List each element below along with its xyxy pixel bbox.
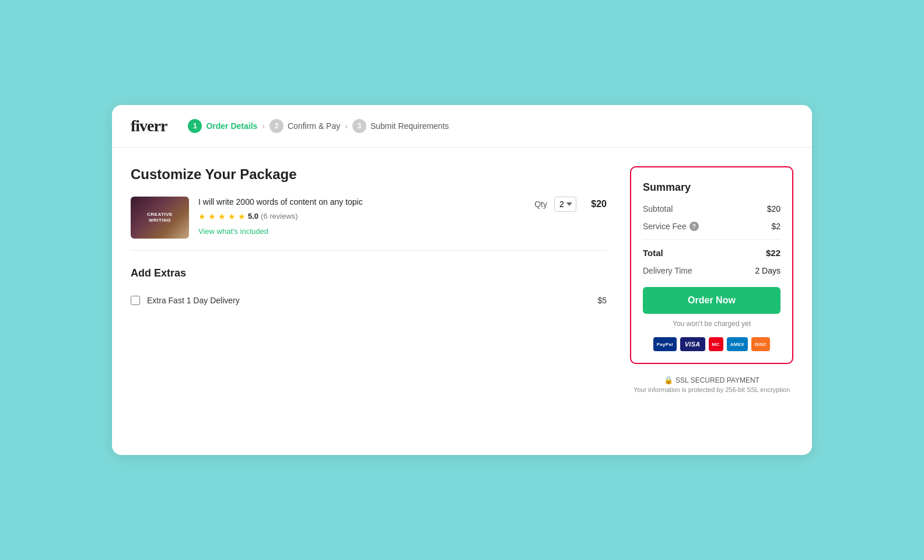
gig-thumbnail: CREATIVEWRITING bbox=[131, 197, 189, 239]
gig-info: I will write 2000 words of content on an… bbox=[198, 197, 525, 236]
gig-title: I will write 2000 words of content on an… bbox=[198, 197, 525, 208]
step-3-label: Submit Requirements bbox=[370, 121, 449, 131]
summary-title: Summary bbox=[643, 181, 780, 194]
logo: fiverr bbox=[131, 117, 167, 135]
step-2-circle: 2 bbox=[270, 119, 284, 133]
step-1-circle: 1 bbox=[188, 119, 202, 133]
paypal-icon: PayPal bbox=[653, 337, 677, 351]
step-2-label: Confirm & Pay bbox=[288, 121, 340, 131]
qty-label: Qty bbox=[534, 200, 547, 209]
nav-bar: fiverr 1 Order Details › 2 Confirm & Pay… bbox=[112, 105, 812, 148]
main-card: fiverr 1 Order Details › 2 Confirm & Pay… bbox=[112, 105, 812, 455]
add-extras-section: Add Extras Extra Fast 1 Day Delivery $5 bbox=[131, 267, 607, 312]
gig-price: $20 bbox=[583, 199, 607, 209]
subtotal-label: Subtotal bbox=[643, 204, 673, 214]
subtotal-value: $20 bbox=[767, 204, 780, 214]
star-2: ★ bbox=[208, 212, 216, 221]
extra-checkbox-fast-delivery[interactable] bbox=[131, 296, 140, 305]
gig-thumb-text: CREATIVEWRITING bbox=[145, 209, 175, 226]
ssl-label: 🔒 SSL SECURED PAYMENT bbox=[630, 376, 793, 384]
qty-price-row: Qty 2 1 3 4 5 $20 bbox=[534, 197, 607, 212]
visa-icon: VISA bbox=[680, 337, 705, 351]
step-1[interactable]: 1 Order Details bbox=[188, 119, 257, 133]
extra-price-fast-delivery: $5 bbox=[597, 296, 607, 305]
amex-icon: AMEX bbox=[727, 337, 748, 351]
discover-icon: DISC bbox=[751, 337, 770, 351]
order-now-button[interactable]: Order Now bbox=[643, 287, 780, 314]
step-2[interactable]: 2 Confirm & Pay bbox=[270, 119, 340, 133]
divider bbox=[643, 239, 780, 240]
breadcrumb: 1 Order Details › 2 Confirm & Pay › 3 Su… bbox=[188, 119, 449, 133]
delivery-value: 2 Days bbox=[755, 266, 780, 275]
service-fee-value: $2 bbox=[771, 222, 780, 231]
delivery-label: Delivery Time bbox=[643, 266, 692, 275]
not-charged-text: You won't be charged yet bbox=[643, 320, 780, 328]
step-3[interactable]: 3 Submit Requirements bbox=[352, 119, 449, 133]
chevron-2: › bbox=[345, 121, 348, 131]
total-row: Total $22 bbox=[643, 248, 780, 258]
ssl-sub: Your information is protected by 256-bit… bbox=[630, 386, 793, 393]
star-5: ★ bbox=[238, 212, 246, 221]
body-layout: Customize Your Package CREATIVEWRITING I… bbox=[112, 148, 812, 421]
extra-label-fast-delivery: Extra Fast 1 Day Delivery bbox=[147, 296, 590, 305]
payment-icons: PayPal VISA MC AMEX DISC bbox=[643, 337, 780, 351]
subtotal-row: Subtotal $20 bbox=[643, 204, 780, 214]
summary-card: Summary Subtotal $20 Service Fee ? $2 To… bbox=[630, 166, 793, 364]
left-panel: Customize Your Package CREATIVEWRITING I… bbox=[131, 166, 607, 312]
gig-stars: ★ ★ ★ ★ ★ 5.0 (6 reviews) bbox=[198, 212, 525, 221]
star-3: ★ bbox=[218, 212, 226, 221]
ssl-section: 🔒 SSL SECURED PAYMENT Your information i… bbox=[630, 371, 793, 398]
chevron-1: › bbox=[262, 121, 265, 131]
mastercard-icon: MC bbox=[709, 337, 723, 351]
total-label: Total bbox=[643, 248, 663, 258]
service-fee-label: Service Fee ? bbox=[643, 222, 699, 231]
delivery-row: Delivery Time 2 Days bbox=[643, 266, 780, 275]
section-title: Customize Your Package bbox=[131, 166, 607, 183]
lock-icon: 🔒 bbox=[664, 376, 673, 384]
step-1-label: Order Details bbox=[206, 121, 257, 131]
rating-score: 5.0 bbox=[248, 212, 258, 220]
right-panel: Summary Subtotal $20 Service Fee ? $2 To… bbox=[630, 166, 793, 398]
qty-select[interactable]: 2 1 3 4 5 bbox=[554, 197, 576, 212]
service-fee-help-icon[interactable]: ? bbox=[690, 222, 699, 231]
star-1: ★ bbox=[198, 212, 206, 221]
step-3-circle: 3 bbox=[352, 119, 366, 133]
extra-item-0: Extra Fast 1 Day Delivery $5 bbox=[131, 289, 607, 312]
rating-count: (6 reviews) bbox=[261, 212, 298, 220]
total-value: $22 bbox=[766, 248, 780, 258]
extras-title: Add Extras bbox=[131, 267, 607, 279]
star-4: ★ bbox=[228, 212, 236, 221]
gig-row: CREATIVEWRITING I will write 2000 words … bbox=[131, 197, 607, 251]
service-fee-row: Service Fee ? $2 bbox=[643, 222, 780, 231]
view-whats-included-link[interactable]: View what's included bbox=[198, 227, 268, 236]
